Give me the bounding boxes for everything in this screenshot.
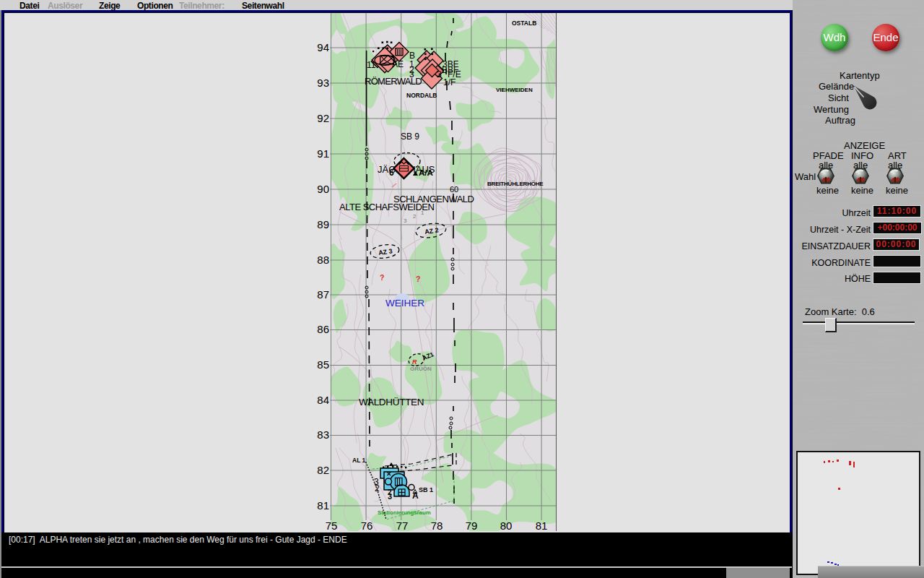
svg-text:94: 94 (317, 41, 329, 53)
svg-text:91: 91 (317, 147, 329, 160)
svg-text:82: 82 (317, 464, 329, 476)
svg-text:?: ? (416, 275, 420, 283)
svg-text:11: 11 (367, 60, 376, 70)
svg-text:AL 1: AL 1 (352, 457, 366, 464)
svg-text:88: 88 (317, 254, 329, 266)
svg-text:2: 2 (375, 483, 380, 493)
svg-text:89: 89 (317, 218, 329, 230)
svg-text:OSTALB: OSTALB (512, 20, 536, 27)
svg-text:GRÜÖN: GRÜÖN (410, 366, 432, 372)
svg-text:76: 76 (361, 519, 373, 532)
svg-text:1/F: 1/F (443, 77, 456, 87)
svg-text:78: 78 (431, 519, 443, 532)
svg-text:NORDALB: NORDALB (406, 92, 437, 99)
svg-text:79: 79 (466, 519, 478, 532)
svg-text:SB 9: SB 9 (401, 131, 419, 142)
svg-text:75: 75 (326, 519, 338, 532)
svg-text:VIEHWEIDEN: VIEHWEIDEN (496, 87, 533, 93)
svg-text:SB 1: SB 1 (419, 486, 433, 493)
svg-text:WALDHÜTTEN: WALDHÜTTEN (359, 397, 424, 407)
svg-text:86: 86 (317, 323, 329, 335)
svg-text:84: 84 (317, 394, 329, 406)
svg-text:3: 3 (437, 69, 442, 79)
svg-text:A: A (412, 491, 419, 501)
svg-text:92: 92 (317, 112, 329, 124)
svg-text:2: 2 (413, 213, 417, 220)
svg-text:81: 81 (317, 499, 329, 512)
svg-text:AE: AE (392, 59, 404, 69)
svg-text:3: 3 (409, 69, 414, 79)
svg-text:83: 83 (317, 428, 329, 441)
svg-text:A/A: A/A (419, 168, 433, 177)
svg-text:90: 90 (317, 183, 329, 195)
svg-text:Stationierungsraum: Stationierungsraum (378, 509, 431, 516)
svg-text:ALTE SCHAFSWEIDEN: ALTE SCHAFSWEIDEN (339, 202, 435, 212)
svg-text:?: ? (380, 273, 384, 282)
svg-text:WEIHER: WEIHER (385, 298, 424, 309)
svg-text:6: 6 (389, 168, 394, 178)
svg-text:3: 3 (404, 217, 407, 224)
svg-text:1: 1 (421, 210, 424, 216)
svg-text:85: 85 (317, 358, 329, 371)
svg-text:81: 81 (536, 519, 548, 532)
svg-text:93: 93 (317, 77, 329, 89)
svg-text:60: 60 (450, 185, 458, 194)
svg-text:R: R (412, 358, 417, 366)
svg-text:77: 77 (396, 519, 409, 532)
svg-text:87: 87 (317, 288, 329, 301)
svg-text:3: 3 (388, 492, 392, 501)
svg-text:80: 80 (500, 519, 513, 532)
svg-text:BREITHÜHLERHÖHE: BREITHÜHLERHÖHE (487, 181, 544, 187)
